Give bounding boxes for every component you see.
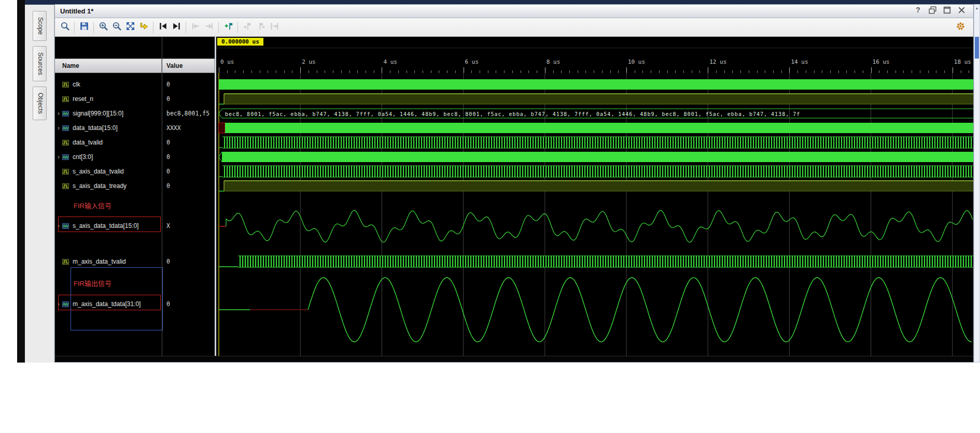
previous-transition-icon	[191, 21, 201, 33]
cursor-time-bar: 0.000000 us	[216, 37, 973, 48]
signal-row-data_tdata150[interactable]: ›data_tdata[15:0]	[55, 121, 162, 135]
signal-row-signal9990150[interactable]: ›signal[999:0][15:0]	[55, 106, 162, 121]
signal-value: X	[162, 219, 215, 233]
svg-text:?: ?	[916, 6, 920, 14]
expander-icon[interactable]: ›	[55, 124, 62, 132]
help-button[interactable]: ?	[913, 7, 922, 16]
signal-name: clk	[73, 81, 80, 88]
go-to-cursor-button[interactable]	[137, 21, 150, 34]
waveform-canvas[interactable]: bec8, 8001, f5ac, ebba, b747, 4138, 7fff…	[216, 73, 973, 362]
signal-value: 0	[162, 179, 215, 193]
float-window-button[interactable]	[928, 7, 937, 16]
signal-row-reset_n[interactable]: reset_n	[55, 92, 162, 106]
name-column-header[interactable]: Name	[55, 59, 162, 73]
next-marker-button[interactable]	[254, 21, 268, 34]
scroll-up-icon[interactable]: ▲	[974, 5, 979, 11]
wave-toolbar	[55, 18, 973, 37]
value-column-header[interactable]: Value	[162, 59, 215, 73]
window-buttons: ?	[913, 7, 973, 16]
cursor-time-label: 0.000000 us	[217, 38, 263, 46]
timeline-ruler[interactable]: 0 us2 us4 us6 us8 us10 us12 us14 us16 us…	[216, 48, 973, 73]
major-ticks	[219, 67, 973, 73]
signal-name: data_tdata[15:0]	[73, 124, 118, 132]
tick-label: 6 us	[465, 59, 479, 65]
signal-name: cnt[3:0]	[73, 153, 93, 161]
settings-icon	[956, 21, 965, 33]
expander-icon[interactable]: ›	[55, 153, 62, 161]
next-marker-icon	[256, 21, 266, 33]
tick-label: 14 us	[791, 59, 808, 65]
tick-label: 2 us	[302, 59, 316, 65]
add-marker-button[interactable]	[221, 21, 235, 34]
signal-row-s_axis_data_tvalid[interactable]: s_axis_data_tvalid	[55, 164, 162, 179]
maximize-button[interactable]	[942, 7, 951, 16]
signal-value: bec8,8001,f5	[162, 106, 215, 121]
tick-label: 8 us	[547, 59, 561, 65]
scalar-signal-icon	[62, 259, 71, 265]
previous-marker-button[interactable]	[241, 21, 254, 34]
signal-row-clk[interactable]: clk	[55, 77, 162, 92]
waveform-window: Untitled 1* ? Name FIR输入信号 FIR输出信号 clkre…	[54, 4, 974, 363]
signal-value: 0	[162, 297, 215, 311]
names-column-spacer	[55, 37, 162, 59]
left-dock-strip	[17, 0, 25, 363]
next-transition-button[interactable]	[202, 21, 216, 34]
signal-value: 0	[162, 164, 215, 179]
close-button[interactable]	[957, 7, 966, 16]
scalar-signal-icon	[62, 82, 71, 88]
svg-text:bec8, 8001, f5ac, ebba, b747,: bec8, 8001, f5ac, ebba, b747, 4138, 7fff…	[225, 111, 800, 117]
sidebar-tab-sources[interactable]: Sources	[33, 46, 47, 81]
toolbar-separator	[186, 22, 186, 33]
expander-icon[interactable]: ›	[55, 110, 62, 117]
settings-button[interactable]	[954, 21, 967, 34]
fir-output-highlight-box	[58, 295, 161, 310]
wave-panel-bottom-bar	[55, 356, 973, 362]
go-to-end-icon	[172, 21, 181, 33]
value-header-label: Value	[166, 62, 183, 69]
float-window-icon	[928, 5, 937, 17]
signal-value: 0	[162, 135, 215, 150]
fir-output-annotation: FIR输出信号	[74, 278, 111, 287]
scalar-signal-icon	[62, 183, 71, 189]
swap-cursors-button[interactable]	[268, 21, 281, 34]
signal-name: s_axis_data_tvalid	[73, 168, 124, 175]
maximize-icon	[942, 5, 952, 17]
left-tab-strip: ScopeSourcesObjects	[25, 5, 54, 363]
signal-value: XXXX	[162, 121, 215, 135]
previous-marker-icon	[243, 21, 253, 33]
wave-panel: Name FIR输入信号 FIR输出信号 clkreset_n›signal[9…	[55, 37, 973, 362]
go-to-end-button[interactable]	[170, 21, 183, 34]
scalar-signal-icon	[62, 169, 71, 175]
signal-name: signal[999:0][15:0]	[73, 110, 123, 117]
signal-row-m_axis_data_tvalid[interactable]: m_axis_data_tvalid	[55, 254, 162, 269]
previous-transition-button[interactable]	[189, 21, 202, 34]
fir-input-highlight-box	[58, 216, 161, 232]
tick-label: 18 us	[954, 59, 971, 65]
close-icon	[957, 5, 967, 17]
save-button[interactable]	[77, 21, 91, 34]
bus-signal-icon	[62, 125, 71, 131]
zoom-in-button[interactable]	[96, 21, 110, 34]
zoom-fit-button[interactable]	[123, 21, 137, 34]
zoom-out-icon	[112, 21, 122, 33]
signal-value: 0	[162, 92, 215, 106]
search-icon	[60, 21, 70, 33]
signal-name: s_axis_data_tready	[73, 182, 127, 190]
signal-value: 0	[162, 77, 215, 92]
signal-row-s_axis_data_tready[interactable]: s_axis_data_tready	[55, 179, 162, 193]
save-icon	[79, 21, 89, 33]
zoom-out-button[interactable]	[110, 21, 123, 34]
vertical-scrollbar[interactable]: ▲	[974, 4, 980, 363]
sidebar-tab-objects[interactable]: Objects	[33, 86, 47, 120]
go-to-start-button[interactable]	[156, 21, 170, 34]
sidebar-tab-scope[interactable]: Scope	[33, 11, 47, 41]
fir-input-annotation: FIR输入信号	[74, 200, 111, 210]
scrollbar-thumb[interactable]	[975, 37, 979, 59]
signal-row-data_tvalid[interactable]: data_tvalid	[55, 135, 162, 150]
swap-cursors-icon	[270, 21, 279, 33]
signal-row-cnt30[interactable]: ›cnt[3:0]	[55, 150, 162, 164]
search-button[interactable]	[58, 21, 72, 34]
toolbar-separator	[218, 22, 219, 33]
tick-label: 16 us	[873, 59, 890, 65]
values-column: Value 00bec8,8001,f5XXXX0000X00	[162, 37, 215, 362]
